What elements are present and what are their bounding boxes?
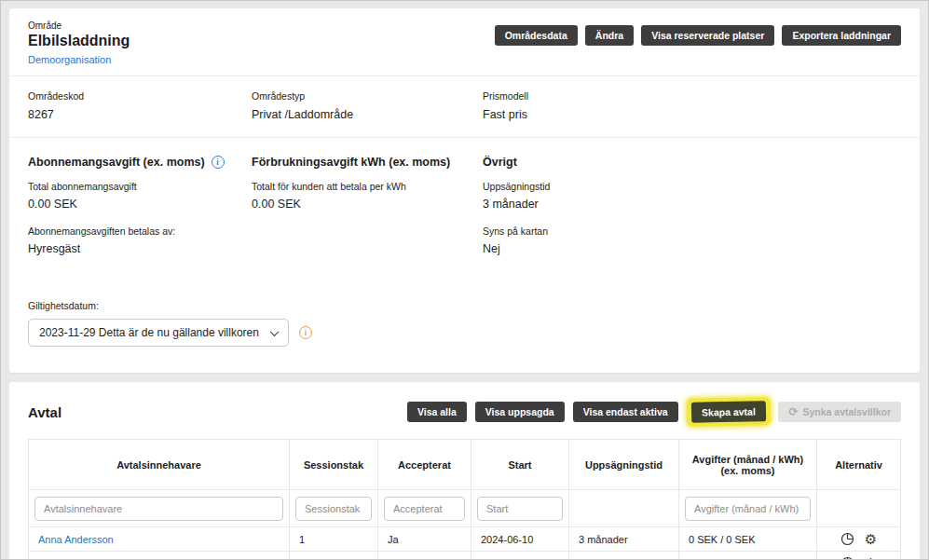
total-fee-value: 0.00 SEK: [28, 198, 252, 211]
statistics-icon[interactable]: [840, 532, 854, 546]
agreements-button-row: Visa alla Visa uppsagda Visa endast akti…: [407, 398, 901, 426]
cell-avgifter: 0 SEK / 0 SEK: [679, 552, 817, 560]
agreements-header: Avtal Visa alla Visa uppsagda Visa endas…: [9, 382, 920, 439]
other-column: Övrigt Uppsägningstid 3 månader Syns på …: [483, 156, 901, 255]
gear-icon[interactable]: ⚙: [865, 556, 877, 560]
filter-alternativ-empty: [817, 490, 901, 527]
cell-start: 2024-06-11: [471, 552, 569, 560]
field-value: Privat /Laddområde: [252, 108, 483, 121]
header-avgifter: Avgifter (månad / kWh) (ex. moms): [679, 440, 817, 490]
notice-period-value: 3 månader: [483, 198, 901, 211]
agreements-table: Avtalsinnehavare Sessionstak Accepterat …: [28, 439, 901, 560]
page: Område Elbilsladdning Demoorganisation O…: [1, 1, 928, 560]
per-kwh-label: Totalt för kunden att betala per kWh: [252, 181, 483, 192]
header-accepterat: Accepterat: [378, 440, 471, 490]
table-filter-row: [29, 490, 901, 527]
title-block: Område Elbilsladdning Demoorganisation: [28, 20, 130, 67]
area-info-row: Områdeskod 8267 Områdestyp Privat /Laddo…: [9, 76, 920, 138]
other-heading: Övrigt: [483, 156, 517, 169]
visa-alla-button[interactable]: Visa alla: [407, 402, 467, 422]
total-fee-label: Total abonnemangsavgift: [28, 181, 252, 192]
area-card-header: Område Elbilsladdning Demoorganisation O…: [9, 8, 920, 76]
sync-icon: ⟳: [788, 406, 798, 417]
field-value: 8267: [28, 108, 252, 121]
filter-avtalsinnehavare-input[interactable]: [34, 497, 283, 521]
andra-button[interactable]: Ändra: [585, 25, 634, 46]
page-title: Elbilsladdning: [28, 33, 130, 49]
map-visibility-label: Syns på kartan: [483, 225, 901, 237]
field-label: Områdeskod: [28, 90, 252, 102]
cell-uppsagningstid: 3 månader: [569, 552, 679, 560]
exportera-laddningar-button[interactable]: Exportera laddningar: [782, 25, 901, 46]
consumption-fee-column: Förbrukningsavgift kWh (ex. moms) Totalt…: [252, 156, 483, 255]
sync-button-label: Synka avtalsvillkor: [802, 406, 891, 417]
filter-avgifter-input[interactable]: [685, 497, 811, 521]
notice-period-label: Uppsägningstid: [483, 181, 901, 192]
visa-reserverade-platser-button[interactable]: Visa reserverade platser: [641, 25, 774, 46]
cell-sessionstak: 1: [290, 552, 378, 560]
synka-avtalsvillkor-button: ⟳ Synka avtalsvillkor: [778, 402, 901, 422]
header-avtalsinnehavare: Avtalsinnehavare: [29, 440, 290, 490]
validity-label: Giltighetsdatum:: [28, 300, 901, 311]
chevron-down-icon: [270, 327, 280, 336]
field-value: Fast pris: [483, 108, 901, 121]
omradesdata-button[interactable]: Områdesdata: [495, 25, 578, 46]
field-omradestyp: Områdestyp Privat /Laddområde: [252, 90, 483, 121]
paid-by-value: Hyresgäst: [28, 242, 252, 255]
table-row: Anna Andersson 1 Ja 2024-06-11 3 månader…: [29, 552, 901, 560]
info-icon[interactable]: i: [212, 156, 225, 169]
header-uppsagningstid: Uppsägningstid: [569, 440, 679, 490]
header-start: Start: [471, 440, 569, 490]
map-visibility-value: Nej: [483, 242, 901, 255]
header-button-row: Områdesdata Ändra Visa reserverade plats…: [495, 20, 901, 46]
area-card: Område Elbilsladdning Demoorganisation O…: [9, 8, 920, 373]
field-label: Områdestyp: [252, 90, 483, 102]
table-header-row: Avtalsinnehavare Sessionstak Accepterat …: [29, 440, 901, 490]
table-row: Anna Andersson 1 Ja 2024-06-10 3 månader…: [29, 527, 901, 552]
statistics-icon[interactable]: [840, 556, 854, 560]
consumption-heading: Förbrukningsavgift kWh (ex. moms): [252, 156, 450, 169]
visa-uppsagda-button[interactable]: Visa uppsagda: [475, 402, 565, 422]
gear-icon[interactable]: ⚙: [865, 532, 877, 546]
filter-accepterat-input[interactable]: [384, 497, 465, 521]
filter-start-input[interactable]: [477, 497, 563, 521]
cell-accepterat: Ja: [378, 527, 471, 552]
header-alternativ: Alternativ: [817, 440, 901, 490]
cell-uppsagningstid: 3 månader: [569, 527, 679, 552]
visa-endast-aktiva-button[interactable]: Visa endast aktiva: [573, 402, 678, 422]
cell-start: 2024-06-10: [471, 527, 569, 552]
cell-accepterat: Ja: [378, 552, 471, 560]
skapa-avtal-button[interactable]: Skapa avtal: [690, 401, 765, 422]
validity-select[interactable]: 2023-11-29 Detta är de nu gällande villk…: [28, 319, 289, 347]
per-kwh-value: 0.00 SEK: [252, 198, 483, 211]
pricing-row: Abonnemangsavgift (ex. moms) i Total abo…: [9, 138, 920, 255]
area-kicker: Område: [28, 20, 130, 31]
validity-section: Giltighetsdatum: 2023-11-29 Detta är de …: [9, 255, 920, 373]
agreements-title: Avtal: [28, 404, 61, 420]
cell-sessionstak: 1: [290, 527, 378, 552]
agreements-card: Avtal Visa alla Visa uppsagda Visa endas…: [9, 382, 920, 560]
field-prismodell: Prismodell Fast pris: [483, 90, 901, 121]
paid-by-label: Abonnemangsavgiften betalas av:: [28, 225, 252, 237]
validity-selected-option: 2023-11-29 Detta är de nu gällande villk…: [39, 326, 259, 339]
subscription-fee-column: Abonnemangsavgift (ex. moms) i Total abo…: [28, 156, 252, 255]
header-sessionstak: Sessionstak: [290, 440, 378, 490]
field-omradeskod: Områdeskod 8267: [28, 90, 252, 121]
subscription-heading: Abonnemangsavgift (ex. moms): [28, 156, 205, 169]
agreement-holder-link[interactable]: Anna Andersson: [38, 534, 114, 545]
field-label: Prismodell: [483, 90, 901, 102]
warning-icon[interactable]: i: [299, 326, 312, 339]
organisation-link[interactable]: Demoorganisation: [28, 54, 111, 65]
cell-avgifter: 0 SEK / 0 SEK: [679, 527, 817, 552]
highlight-annotation: Skapa avtal: [686, 397, 770, 427]
filter-uppsagningstid-empty: [569, 490, 679, 527]
filter-sessionstak-input[interactable]: [295, 497, 372, 521]
